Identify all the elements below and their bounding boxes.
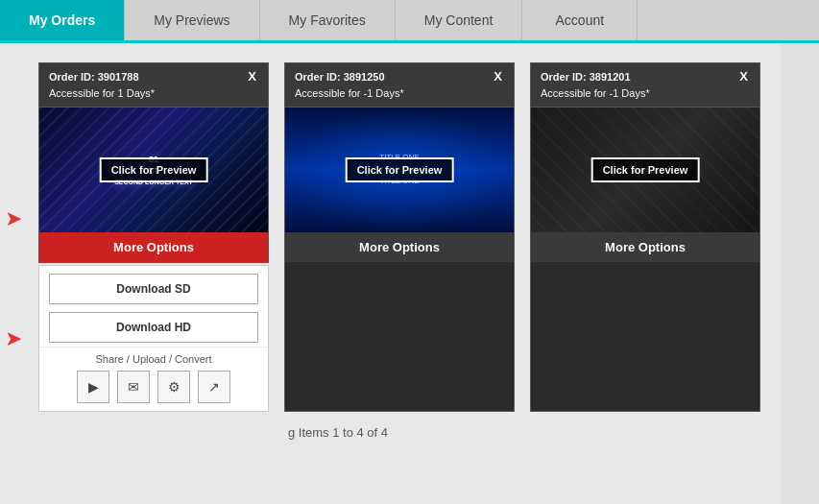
- accessible-2: Accessible for -1 Days*: [295, 85, 404, 102]
- order-preview-2[interactable]: TITLE ONETITLE ONETITLE ONE Click for Pr…: [285, 108, 514, 232]
- order-card-1-wrapper: Order ID: 3901788 Accessible for 1 Days*…: [38, 62, 269, 412]
- close-button-3[interactable]: X: [737, 69, 750, 84]
- email-icon: ✉: [128, 379, 139, 395]
- order-id-1: Order ID: 3901788: [49, 69, 155, 85]
- nav-tabs: My Orders My Previews My Favorites My Co…: [0, 0, 819, 43]
- tab-my-content[interactable]: My Content: [396, 0, 523, 40]
- order-header-1: Order ID: 3901788 Accessible for 1 Days*…: [39, 63, 268, 108]
- orders-grid: Order ID: 3901788 Accessible for 1 Days*…: [38, 62, 761, 412]
- arrow-indicator-2: ➤: [0, 326, 27, 351]
- order-card-2: Order ID: 3891250 Accessible for -1 Days…: [284, 62, 515, 412]
- share-icon-button[interactable]: ↗: [198, 371, 230, 403]
- pagination-text: g Items 1 to 4 of 4: [38, 425, 761, 440]
- click-preview-button-3[interactable]: Click for Preview: [591, 157, 700, 182]
- share-section: Share / Upload / Convert ▶ ✉ ⚙: [39, 347, 268, 411]
- download-hd-button[interactable]: Download HD: [49, 312, 258, 343]
- email-icon-button[interactable]: ✉: [117, 371, 150, 403]
- right-sidebar: [781, 43, 819, 504]
- click-preview-button-1[interactable]: Click for Preview: [100, 157, 208, 182]
- order-card-3: Order ID: 3891201 Accessible for -1 Days…: [530, 62, 760, 412]
- pagination-label: g Items 1 to 4 of 4: [288, 425, 388, 440]
- close-button-1[interactable]: X: [246, 69, 258, 84]
- tab-my-orders[interactable]: My Orders: [0, 0, 125, 40]
- order-preview-3[interactable]: ▦ ▦ ▦ Click for Preview: [531, 108, 759, 232]
- close-button-2[interactable]: X: [492, 69, 504, 84]
- order-id-3: Order ID: 3891201: [541, 69, 650, 85]
- share-label: Share / Upload / Convert: [49, 353, 258, 365]
- order-card-1: Order ID: 3901788 Accessible for 1 Days*…: [38, 62, 269, 263]
- order-id-2: Order ID: 3891250: [295, 69, 404, 85]
- order-preview-1[interactable]: 81 XT SECOND LONGER TEXT Click for Previ…: [39, 108, 268, 232]
- tab-my-previews[interactable]: My Previews: [125, 0, 259, 40]
- gear-icon: ⚙: [168, 379, 181, 395]
- share-icon: ↗: [208, 379, 220, 395]
- download-sd-button[interactable]: Download SD: [49, 274, 258, 304]
- click-preview-button-2[interactable]: Click for Preview: [346, 157, 454, 182]
- card-expanded-1: Download SD Download HD Share / Upload /…: [38, 265, 269, 412]
- more-options-3[interactable]: More Options: [531, 232, 759, 262]
- accessible-1: Accessible for 1 Days*: [49, 85, 155, 102]
- settings-icon-button[interactable]: ⚙: [157, 371, 190, 403]
- more-options-1[interactable]: More Options: [39, 232, 268, 262]
- order-header-2: Order ID: 3891250 Accessible for -1 Days…: [285, 63, 514, 108]
- youtube-icon-button[interactable]: ▶: [77, 371, 109, 403]
- tab-my-favorites[interactable]: My Favorites: [260, 0, 396, 40]
- main-content: ➤ ➤ Order ID: 3901788 Accessible for 1 D…: [0, 43, 819, 504]
- youtube-icon: ▶: [88, 379, 99, 395]
- tab-account[interactable]: Account: [522, 0, 638, 40]
- orders-area: Order ID: 3901788 Accessible for 1 Days*…: [0, 43, 781, 504]
- order-header-3: Order ID: 3891201 Accessible for -1 Days…: [531, 63, 759, 108]
- accessible-3: Accessible for -1 Days*: [541, 85, 650, 102]
- arrow-indicator-1: ➤: [0, 206, 27, 231]
- share-icons: ▶ ✉ ⚙ ↗: [49, 371, 258, 403]
- more-options-2[interactable]: More Options: [285, 232, 514, 262]
